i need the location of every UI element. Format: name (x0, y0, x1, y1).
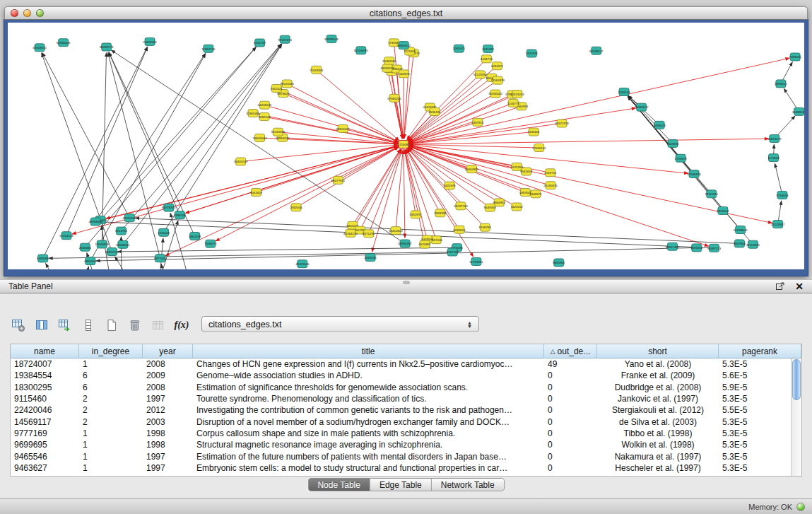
svg-text:1009876: 1009876 (398, 72, 411, 76)
svg-text:93487273: 93487273 (707, 247, 722, 250)
vertical-scrollbar[interactable] (791, 358, 801, 476)
table-cell: Corpus callosum shape and size in male p… (193, 428, 544, 438)
table-body: 1872400712008Changes of HCN gene express… (11, 358, 801, 474)
dropdown-arrows-icon: ▲▼ (467, 321, 472, 328)
show-columns-button[interactable] (32, 315, 52, 335)
table-row[interactable]: 1456911722003Disruption of a novel membe… (11, 416, 801, 427)
table-panel-header[interactable]: Table Panel ✕ (0, 279, 812, 293)
column-header-name[interactable]: name (11, 344, 79, 358)
column-header-pagerank[interactable]: pagerank (719, 344, 801, 358)
svg-text:11962276: 11962276 (201, 47, 216, 51)
close-panel-icon[interactable]: ✕ (795, 281, 804, 291)
column-label: pagerank (742, 346, 777, 356)
svg-text:58334407: 58334407 (398, 242, 412, 245)
scrollbar-thumb[interactable] (792, 359, 801, 400)
svg-text:5488090: 5488090 (37, 257, 49, 260)
svg-text:71560378: 71560378 (490, 78, 505, 82)
svg-text:96133589: 96133589 (271, 130, 286, 134)
svg-text:68956540: 68956540 (276, 136, 290, 140)
table-cell: 2008 (143, 359, 193, 369)
table-cell: Investigating the contribution of common… (193, 405, 544, 415)
svg-text:25126567: 25126567 (771, 223, 785, 226)
delete-button[interactable] (125, 315, 145, 335)
table-cell: Nakamura et al. (1997) (597, 452, 719, 462)
table-cell: Tibbo et al. (1998) (597, 428, 719, 438)
svg-text:29015167: 29015167 (123, 216, 137, 220)
tab-node-table[interactable]: Node Table (308, 479, 370, 491)
tab-edge-table[interactable]: Edge Table (370, 479, 432, 491)
table-cell: 5.5E-5 (719, 405, 801, 415)
minimize-window-button[interactable] (23, 9, 31, 17)
new-file-button[interactable] (102, 315, 122, 335)
column-header-title[interactable]: title (193, 344, 544, 358)
svg-text:48994694: 48994694 (88, 220, 102, 223)
table-row[interactable]: 1938455462009Genome–wide association stu… (11, 370, 801, 381)
row-tools-button[interactable] (78, 315, 98, 335)
svg-text:82438207: 82438207 (589, 49, 604, 53)
svg-text:89439778: 89439778 (100, 45, 114, 49)
select-all-table-button[interactable] (55, 315, 75, 335)
function-builder-button[interactable]: f(x) (172, 315, 192, 335)
svg-text:2357915: 2357915 (471, 121, 484, 124)
table-row[interactable]: 2242004622012Investigating the contribut… (11, 404, 801, 416)
svg-text:35330020: 35330020 (488, 92, 502, 95)
table-row[interactable]: 946554611997Estimation of the future num… (11, 450, 801, 462)
svg-text:57263143: 57263143 (59, 234, 73, 238)
column-header-short[interactable]: short (597, 344, 719, 358)
table-row[interactable]: 1830029562008Estimation of significance … (11, 382, 801, 393)
window-titlebar[interactable]: citations_edges.txt (4, 6, 808, 20)
svg-text:43164210: 43164210 (343, 232, 358, 235)
table-cell: 1997 (143, 452, 193, 462)
svg-text:48949001: 48949001 (116, 243, 130, 247)
panel-resize-grip[interactable] (403, 281, 410, 284)
table-selector-dropdown[interactable]: citations_edges.txt ▲▼ (201, 316, 479, 332)
table-row[interactable]: 911546021997Tourette syndrome. Phenomeno… (11, 393, 801, 404)
svg-text:49113546: 49113546 (295, 262, 310, 266)
column-label: in_degree (92, 346, 129, 356)
float-panel-icon[interactable] (775, 281, 785, 291)
memory-status: Memory: OK (748, 503, 792, 511)
table-cell: 18300295 (11, 382, 79, 392)
svg-text:77696101: 77696101 (532, 146, 546, 150)
table-cell: Genome–wide association studies in ADHD. (193, 370, 544, 380)
svg-text:04418009: 04418009 (258, 103, 272, 107)
import-table-button[interactable] (148, 315, 168, 335)
column-header-year[interactable]: year (143, 344, 193, 358)
zoom-window-button[interactable] (36, 9, 44, 17)
close-window-button[interactable] (11, 9, 18, 17)
svg-text:87536876: 87536876 (687, 173, 701, 176)
svg-text:44064931: 44064931 (465, 168, 479, 171)
table-row[interactable]: 946362711997Embryonic stem cells: a mode… (11, 462, 801, 474)
table-cell: Tourette syndrome. Phenomenology and cla… (193, 394, 544, 404)
svg-text:89938548: 89938548 (324, 37, 339, 41)
table-settings-button[interactable] (8, 315, 28, 335)
table-cell: 9777169 (11, 428, 79, 438)
table-cell: 1 (79, 440, 143, 450)
column-header-in_degree[interactable]: in_degree (79, 344, 143, 358)
table-cell: 9699695 (11, 440, 79, 450)
memory-ok-icon (796, 503, 805, 511)
table-row[interactable]: 969969511998Structural magnetic resonanc… (11, 439, 801, 450)
svg-text:56850512: 56850512 (396, 44, 411, 47)
svg-text:68077551: 68077551 (331, 179, 346, 182)
table-cell: 2 (79, 417, 143, 427)
table-cell: 49 (544, 359, 597, 369)
table-row[interactable]: 1872400712008Changes of HCN gene express… (11, 358, 801, 370)
svg-text:97221370: 97221370 (278, 38, 292, 42)
network-canvas[interactable]: 5850564461123351887362017355810084525046… (8, 23, 804, 269)
tab-network-table[interactable]: Network Table (432, 479, 504, 491)
table-panel-body: f(x) citations_edges.txt ▲▼ namein_degre… (0, 294, 812, 498)
column-header-out_de[interactable]: △out_de... (544, 344, 597, 358)
column-label: out_de... (558, 346, 591, 356)
table-row[interactable]: 977716911998Corpus callosum shape and si… (11, 428, 801, 439)
table-cell: 1 (79, 428, 143, 438)
svg-text:58309610: 58309610 (33, 46, 47, 49)
svg-text:1922876: 1922876 (526, 52, 539, 55)
svg-text:5932042: 5932042 (717, 209, 729, 213)
svg-text:3862438: 3862438 (189, 235, 201, 238)
svg-text:4152708: 4152708 (447, 250, 459, 254)
table-cell: 5.3E-5 (719, 428, 801, 438)
table-cell: 0 (544, 382, 597, 392)
svg-text:43208158: 43208158 (380, 66, 394, 70)
status-bar: Memory: OK (0, 498, 812, 514)
